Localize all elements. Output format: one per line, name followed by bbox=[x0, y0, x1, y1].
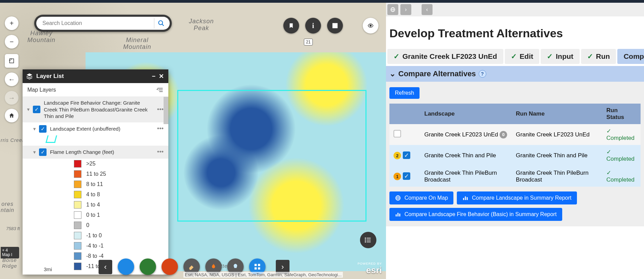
layer-menu-button[interactable]: ••• bbox=[155, 125, 166, 132]
layer-row-fire-behavior[interactable]: ▾ ✓ Landscape Fire Behavior Change: Gran… bbox=[23, 97, 168, 122]
tool-circle-1[interactable] bbox=[118, 258, 134, 275]
alternatives-table: Landscape Run Name Run Status Granite Cr… bbox=[389, 104, 641, 187]
row-checkbox[interactable]: ✓ bbox=[403, 172, 410, 180]
layer-checkbox[interactable]: ✓ bbox=[39, 148, 47, 156]
scale-bar: 3mi bbox=[44, 266, 52, 272]
layer-name: Flame Length Change (feet) bbox=[50, 149, 155, 156]
map-label-hawley: Hawley Mountain bbox=[27, 30, 55, 44]
zoom-out-button[interactable]: − bbox=[5, 35, 18, 49]
svg-rect-28 bbox=[463, 198, 464, 200]
compare-landscape-summary-button[interactable]: Compare Landscape in Summary Report bbox=[457, 191, 577, 204]
step-label: Edit bbox=[520, 52, 533, 61]
search-container bbox=[34, 15, 172, 32]
basemap-toggle[interactable]: + 4 Map l bbox=[1, 247, 19, 258]
svg-rect-15 bbox=[258, 267, 260, 269]
expand-caret[interactable]: ▾ bbox=[31, 126, 38, 132]
workflow-panel: › ‹ Develop Treatment Alternatives ✓Gran… bbox=[386, 3, 644, 279]
eraser-icon bbox=[188, 263, 195, 270]
svg-rect-14 bbox=[255, 267, 257, 269]
svg-rect-31 bbox=[396, 214, 397, 216]
expand-caret[interactable]: ▾ bbox=[31, 149, 38, 155]
globe-icon bbox=[395, 195, 401, 201]
wizard-step[interactable]: ✓Run bbox=[581, 49, 616, 64]
row-badge: 2 bbox=[394, 152, 401, 159]
row-checkbox[interactable] bbox=[394, 130, 401, 137]
panel-expand-button[interactable]: › bbox=[400, 4, 411, 15]
back-button[interactable]: ← bbox=[5, 72, 18, 86]
check-icon: ✓ bbox=[547, 52, 553, 61]
legend-row: 1 to 4 bbox=[23, 200, 168, 210]
table-row[interactable]: 1 ✓Granite Creek Thin PileBurn Broadcast… bbox=[389, 166, 641, 187]
layer-row-extent[interactable]: ▾ ✓ Landscape Extent (unbuffered) ••• bbox=[23, 122, 168, 135]
eye-icon bbox=[368, 23, 374, 29]
legend-swatch bbox=[74, 252, 81, 260]
tool-circle-2[interactable] bbox=[140, 258, 156, 275]
wizard-step[interactable]: ✓Input bbox=[541, 49, 579, 64]
lightbulb-icon bbox=[232, 263, 239, 270]
section-header[interactable]: ⌄ Compare Alternatives ? bbox=[386, 66, 644, 82]
identify-button[interactable]: i bbox=[305, 18, 321, 34]
row-status: ✓Completed bbox=[602, 166, 641, 187]
layer-checkbox[interactable]: ✓ bbox=[33, 106, 40, 113]
refresh-button[interactable]: Refresh bbox=[389, 87, 420, 99]
forward-button[interactable]: → bbox=[5, 91, 18, 105]
search-button[interactable] bbox=[154, 18, 168, 28]
expand-caret[interactable]: ▾ bbox=[25, 106, 31, 112]
search-icon bbox=[158, 20, 165, 27]
esri-logo: esri bbox=[366, 265, 382, 276]
row-badge: 0 bbox=[500, 131, 507, 138]
legend-label: >25 bbox=[86, 161, 95, 167]
legend-toggle-button[interactable] bbox=[360, 232, 376, 248]
zoom-in-button[interactable]: + bbox=[5, 16, 18, 30]
legend-swatch bbox=[74, 263, 81, 270]
step-label: Input bbox=[556, 52, 573, 61]
legend-label: -1 to 0 bbox=[86, 232, 102, 239]
legend-label: 0 to 1 bbox=[86, 212, 100, 218]
table-row[interactable]: Granite Creek LF2023 UnEd 0Granite Creek… bbox=[389, 124, 641, 145]
row-landscape: Granite Creek Thin PileBurn Broadcast bbox=[424, 170, 497, 183]
help-button[interactable]: ? bbox=[479, 70, 486, 78]
legend-row: 4 to 8 bbox=[23, 189, 168, 200]
layer-list-header[interactable]: Layer List − ✕ bbox=[23, 69, 168, 83]
compare-on-map-button[interactable]: Compare On Map bbox=[389, 191, 453, 204]
map-label-boise: Boise Ridge bbox=[2, 257, 17, 269]
visibility-button[interactable] bbox=[363, 18, 378, 34]
row-checkbox[interactable]: ✓ bbox=[403, 151, 410, 159]
map-label-harris: rris Creek bbox=[1, 138, 25, 143]
page-title: Develop Treatment Alternatives bbox=[386, 16, 644, 49]
layer-options-icon[interactable] bbox=[157, 87, 164, 93]
panel-globe-button[interactable] bbox=[387, 4, 398, 15]
minimize-panel-button[interactable]: − bbox=[150, 73, 157, 80]
map-canvas[interactable]: Hawley Mountain Mineral Mountain Jackson… bbox=[0, 3, 386, 279]
legend-row: -1 to 0 bbox=[23, 230, 168, 241]
wizard-step[interactable]: ✓Edit bbox=[505, 49, 540, 64]
legend-swatch bbox=[74, 160, 81, 168]
wizard-step[interactable]: Compare bbox=[617, 49, 644, 64]
prev-tools-button[interactable]: ‹ bbox=[99, 260, 112, 274]
legend-label: 11 to 25 bbox=[86, 171, 106, 177]
tool-circle-3[interactable] bbox=[162, 258, 178, 275]
close-panel-button[interactable]: ✕ bbox=[157, 72, 165, 80]
table-row[interactable]: 2 ✓Granite Creek Thin and PileGranite Cr… bbox=[389, 145, 641, 166]
wizard-step[interactable]: ✓Granite Creek LF2023 UnEd bbox=[387, 49, 503, 64]
scrollbar-thumb[interactable] bbox=[164, 97, 168, 124]
search-input[interactable] bbox=[42, 20, 154, 26]
compare-fire-behavior-summary-button[interactable]: Compare Landscape Fire Behavior (Basic) … bbox=[389, 208, 562, 221]
svg-rect-30 bbox=[467, 197, 468, 200]
attribute-table-button[interactable] bbox=[327, 18, 343, 34]
bookmark-button[interactable] bbox=[283, 18, 299, 34]
legend-label: -8 to -4 bbox=[86, 253, 104, 259]
legend-swatch bbox=[74, 191, 81, 198]
col-run-name: Run Name bbox=[512, 104, 603, 124]
extent-tool-button[interactable] bbox=[5, 54, 18, 68]
panel-collapse-button[interactable]: ‹ bbox=[422, 4, 433, 15]
legend-label: 4 to 8 bbox=[86, 191, 100, 198]
col-run-status: Run Status bbox=[602, 104, 641, 124]
home-extent-button[interactable] bbox=[5, 109, 18, 122]
legend-label: -4 to -1 bbox=[86, 243, 104, 249]
row-status: ✓Completed bbox=[602, 124, 641, 145]
layer-checkbox[interactable]: ✓ bbox=[39, 125, 47, 133]
layer-menu-button[interactable]: ••• bbox=[155, 148, 166, 156]
legend-row: >25 bbox=[23, 159, 168, 169]
layer-row-flame-length[interactable]: ▾ ✓ Flame Length Change (feet) ••• bbox=[23, 146, 168, 159]
